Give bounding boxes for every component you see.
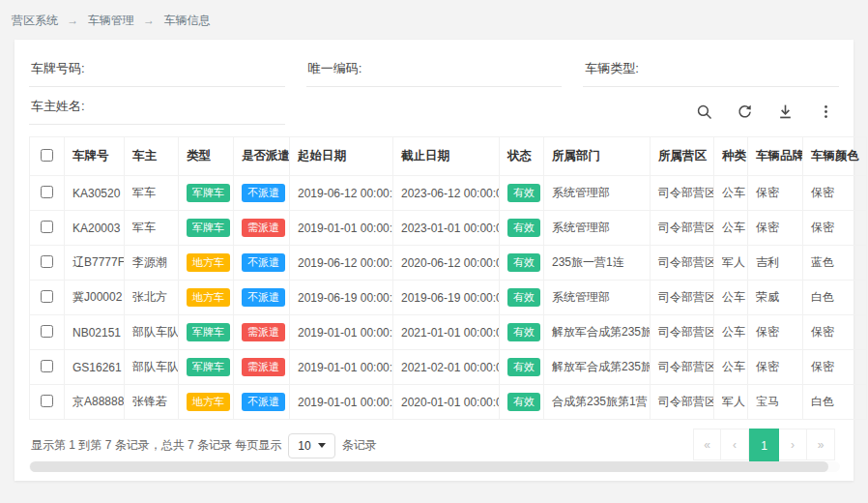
breadcrumb-separator-icon: →	[143, 14, 155, 27]
department-cell: 系统管理部	[544, 211, 651, 246]
breadcrumb-item-system[interactable]: 营区系统	[12, 14, 58, 27]
search-button[interactable]	[696, 103, 713, 120]
status-badge: 有效	[507, 323, 540, 341]
department-cell: 解放军合成第235旅	[544, 350, 651, 385]
end-date-cell: 2020-01-01 00:00:00	[393, 385, 500, 420]
table-row: KA20003军车军牌车需派遣2019-01-01 00:00:002023-0…	[30, 211, 867, 246]
row-checkbox[interactable]	[41, 186, 53, 198]
dispatch-badge: 不派遣	[242, 253, 285, 272]
plate-number-input[interactable]	[91, 61, 283, 77]
page-size-select[interactable]: 10	[288, 433, 334, 459]
plate-number-label: 车牌号码:	[31, 60, 85, 77]
pagination-first[interactable]: «	[693, 429, 721, 460]
pagination-last[interactable]: »	[807, 429, 835, 460]
row-checkbox[interactable]	[41, 395, 53, 407]
status-badge: 有效	[507, 393, 540, 411]
column-header: 车牌号	[65, 137, 125, 176]
dispatch-badge: 不派遣	[242, 184, 285, 202]
row-checkbox[interactable]	[41, 255, 53, 268]
breadcrumb-item-vehicle-management[interactable]: 车辆管理	[88, 14, 134, 27]
dispatch-badge: 不派遣	[242, 393, 285, 411]
checkbox-cell	[30, 246, 65, 281]
plate-cell: GS16261	[65, 350, 125, 385]
owner-name-field: 车主姓名:	[29, 89, 285, 125]
refresh-button[interactable]	[737, 103, 754, 120]
pagination-page-1[interactable]: 1	[749, 429, 779, 462]
download-icon	[777, 104, 794, 120]
vehicle-type-field: 车辆类型:	[583, 51, 839, 87]
dispatch-cell: 不派遣	[234, 281, 290, 315]
brand-cell: 保密	[748, 211, 803, 246]
table-toolbar	[583, 89, 839, 125]
row-checkbox[interactable]	[41, 325, 53, 338]
department-cell: 235旅一营1连	[544, 246, 651, 281]
status-cell: 有效	[500, 176, 544, 211]
vehicle-type-input[interactable]	[645, 61, 837, 77]
horizontal-scrollbar-thumb[interactable]	[30, 461, 828, 472]
type-cell: 地方车	[179, 385, 234, 420]
kind-cell: 公车	[714, 176, 748, 211]
owner-cell: 部队车队	[125, 350, 179, 385]
dispatch-badge: 需派遣	[242, 323, 285, 341]
row-checkbox[interactable]	[41, 221, 53, 233]
dispatch-cell: 需派遣	[234, 315, 290, 350]
end-date-cell: 2021-02-01 00:00:00	[393, 350, 500, 385]
camp-cell: 司令部营区	[651, 385, 714, 420]
plate-cell: NB02151	[65, 315, 125, 350]
kind-cell: 公车	[714, 350, 748, 385]
table-row: GS16261部队车队军牌车需派遣2019-01-01 00:00:002021…	[30, 350, 867, 385]
row-checkbox[interactable]	[41, 290, 53, 303]
row-checkbox[interactable]	[41, 360, 53, 372]
camp-cell: 司令部营区	[651, 246, 714, 281]
column-header: 车辆品牌	[748, 137, 803, 176]
department-cell: 解放军合成第235旅	[544, 315, 651, 350]
pagination: « ‹ 1 › »	[693, 429, 835, 462]
status-cell: 有效	[500, 350, 544, 385]
breadcrumb: 营区系统 → 车辆管理 → 车辆信息	[0, 0, 868, 40]
unique-code-input[interactable]	[367, 61, 560, 77]
select-all-checkbox[interactable]	[41, 149, 53, 162]
camp-cell: 司令部营区	[651, 176, 714, 211]
dispatch-badge: 需派遣	[242, 358, 285, 376]
checkbox-cell	[30, 176, 65, 211]
brand-cell: 吉利	[748, 246, 803, 281]
column-header: 种类	[714, 137, 748, 176]
more-options-button[interactable]	[818, 103, 835, 120]
department-cell: 系统管理部	[544, 176, 651, 211]
department-cell: 合成第235旅第1营	[544, 385, 651, 420]
owner-name-input[interactable]	[91, 99, 283, 115]
pagination-prev[interactable]: ‹	[721, 429, 749, 460]
status-cell: 有效	[500, 315, 544, 350]
caret-down-icon	[318, 443, 326, 448]
kind-cell: 军人	[714, 385, 748, 420]
breadcrumb-item-vehicle-info[interactable]: 车辆信息	[163, 14, 210, 27]
start-date-cell: 2019-01-01 00:00:00	[290, 385, 393, 420]
status-cell: 有效	[500, 211, 544, 246]
brand-cell: 宝马	[748, 385, 803, 420]
plate-cell: 京A88888	[65, 385, 125, 420]
type-cell: 军牌车	[179, 211, 234, 246]
camp-cell: 司令部营区	[651, 350, 714, 385]
download-button[interactable]	[777, 103, 795, 120]
end-date-cell: 2023-01-01 00:00:00	[393, 211, 500, 246]
type-cell: 军牌车	[179, 350, 234, 385]
kind-cell: 公车	[714, 281, 748, 315]
end-date-cell: 2020-06-12 00:00:00	[393, 246, 500, 281]
checkbox-cell	[30, 385, 65, 420]
color-cell: 白色	[803, 281, 867, 315]
type-badge: 军牌车	[187, 184, 230, 202]
dispatch-badge: 不派遣	[242, 288, 285, 307]
unique-code-field: 唯一编码:	[306, 51, 563, 87]
page-size-value: 10	[298, 439, 310, 453]
content-card: 车牌号码: 唯一编码: 车辆类型: 车主姓名:	[14, 40, 854, 481]
pagination-next[interactable]: ›	[779, 429, 807, 460]
table-body: KA30520军车军牌车不派遣2019-06-12 00:00:002023-0…	[30, 176, 867, 420]
plate-number-field: 车牌号码:	[29, 51, 285, 87]
status-badge: 有效	[507, 358, 540, 376]
camp-cell: 司令部营区	[651, 211, 714, 246]
select-all-header-cell	[30, 137, 65, 176]
status-badge: 有效	[507, 219, 540, 237]
owner-cell: 李源潮	[125, 246, 179, 281]
status-badge: 有效	[507, 184, 540, 202]
checkbox-cell	[30, 281, 65, 315]
